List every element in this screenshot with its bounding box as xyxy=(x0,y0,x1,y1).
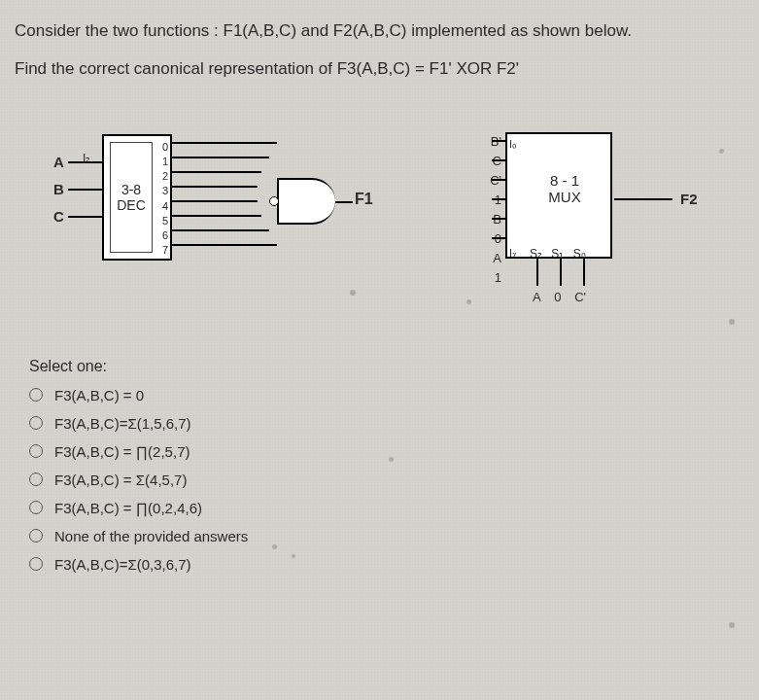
option-label: F3(A,B,C) = ∏(2,5,7) xyxy=(54,443,190,460)
mux-output-label: F2 xyxy=(680,191,698,207)
mux-io-markers: I₀ I₇ xyxy=(509,136,516,264)
mux-i7-label: I₇ xyxy=(509,245,516,264)
radio-icon[interactable] xyxy=(29,444,43,458)
option-label: F3(A,B,C)=Σ(0,3,6,7) xyxy=(54,556,191,573)
question-line-1: Consider the two functions : F1(A,B,C) a… xyxy=(15,18,744,46)
radio-icon[interactable] xyxy=(29,529,43,542)
question-line-2: Find the correct canonical representatio… xyxy=(15,55,744,84)
mux-block: 8 - 1 MUX xyxy=(505,132,612,259)
decoder-input-b: B xyxy=(53,181,64,208)
option-5[interactable]: F3(A,B,C) = ∏(0,2,4,6) xyxy=(29,500,730,516)
option-label: F3(A,B,C)=Σ(1,5,6,7) xyxy=(54,415,191,432)
radio-icon[interactable] xyxy=(29,472,43,486)
answer-section: Select one: F3(A,B,C) = 0 F3(A,B,C)=Σ(1,… xyxy=(0,358,759,573)
option-label: F3(A,B,C) = ∏(0,2,4,6) xyxy=(54,500,202,516)
mux-inputs: B' C C' 1 B 0 A 1 xyxy=(459,132,501,288)
decoder-input-a: A xyxy=(53,154,64,181)
radio-icon[interactable] xyxy=(29,388,43,402)
radio-icon[interactable] xyxy=(29,416,43,430)
option-label: F3(A,B,C) = 0 xyxy=(54,387,144,403)
gate xyxy=(277,178,335,225)
decoder-block: 3-8 DEC 0 1 2 3 4 5 6 7 xyxy=(102,134,172,261)
option-label: None of the provided answers xyxy=(54,528,248,544)
mux-title-2: MUX xyxy=(548,189,580,205)
option-3[interactable]: F3(A,B,C) = ∏(2,5,7) xyxy=(29,443,730,460)
decoder-title-1: 3-8 xyxy=(121,182,141,197)
gate-input-bubble xyxy=(269,196,279,206)
option-6[interactable]: None of the provided answers xyxy=(29,528,730,544)
option-label: F3(A,B,C) = Σ(4,5,7) xyxy=(54,472,187,488)
option-4[interactable]: F3(A,B,C) = Σ(4,5,7) xyxy=(29,472,730,488)
option-7[interactable]: F3(A,B,C)=Σ(0,3,6,7) xyxy=(29,556,730,573)
circuit-diagram: A B C I₂ 3-8 DEC 0 1 2 3 4 5 6 7 xyxy=(0,95,759,348)
mux-title-1: 8 - 1 xyxy=(550,172,579,189)
option-2[interactable]: F3(A,B,C)=Σ(1,5,6,7) xyxy=(29,415,730,432)
radio-icon[interactable] xyxy=(29,557,43,571)
decoder-output-pins: 0 1 2 3 4 5 6 7 xyxy=(162,140,168,259)
mux-i0-label: I₀ xyxy=(509,136,516,156)
radio-icon[interactable] xyxy=(29,501,43,514)
option-1[interactable]: F3(A,B,C) = 0 xyxy=(29,387,730,403)
decoder-input-c: C xyxy=(53,208,64,235)
select-prompt: Select one: xyxy=(29,358,730,375)
decoder-title-2: DEC xyxy=(117,197,146,213)
mux-select-inputs: A 0 C' xyxy=(533,290,596,304)
decoder-inputs: A B C xyxy=(53,154,64,235)
question-text: Consider the two functions : F1(A,B,C) a… xyxy=(0,0,759,84)
gate-output-label: F1 xyxy=(355,191,373,208)
